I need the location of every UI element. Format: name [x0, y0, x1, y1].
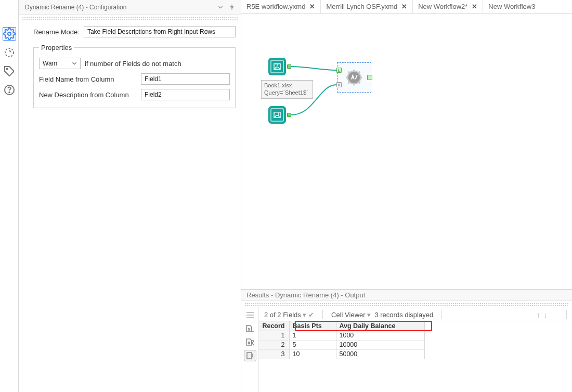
mismatch-suffix: if number of Fields do not match	[85, 60, 181, 68]
rename-mode-label: Rename Mode:	[33, 28, 80, 36]
table-row[interactable]: 31050000	[259, 349, 424, 359]
collapse-icon[interactable]	[215, 2, 226, 13]
table-row[interactable]: 2510000	[259, 340, 424, 349]
results-toolbar: 2 of 2 Fields ▾ ✔ Cell Viewer ▾ 3 record…	[259, 308, 572, 321]
results-xl-icon[interactable]	[244, 323, 256, 334]
drag-grip[interactable]	[244, 303, 569, 307]
nav-arrows: ↑ ↓	[537, 310, 548, 319]
results-rows-icon[interactable]	[244, 309, 256, 321]
col-record[interactable]: Record	[259, 321, 289, 331]
tab-1[interactable]: R5E workflow.yxmd✕	[241, 0, 321, 13]
connectors	[241, 14, 397, 143]
close-icon[interactable]: ✕	[401, 3, 407, 10]
close-icon[interactable]: ✕	[472, 3, 477, 10]
properties-legend: Properties	[39, 44, 74, 51]
results-title: Results - Dynamic Rename (4) - Output	[241, 290, 572, 301]
svg-point-4	[9, 92, 10, 93]
config-header: Dynamic Rename (4) - Configuration	[19, 0, 241, 15]
results-xr-icon[interactable]	[244, 336, 256, 348]
workflow-canvas[interactable]: Book1.xlsx Query=`Sheet1$` L R	[241, 14, 572, 289]
results-vertical-tabs	[241, 307, 259, 392]
rename-mode-combo[interactable]: Take Field Descriptions from Right Input…	[84, 26, 236, 37]
tag-icon[interactable]	[3, 64, 16, 78]
refresh-icon[interactable]	[3, 46, 16, 59]
svg-point-2	[6, 68, 7, 69]
mismatch-action-value: Warn	[43, 60, 57, 67]
field-name-label: Field Name from Column	[39, 75, 137, 83]
arrow-down-icon[interactable]: ↓	[544, 310, 548, 319]
rename-mode-row: Rename Mode: Take Field Descriptions fro…	[33, 26, 236, 37]
svg-point-1	[5, 48, 14, 57]
records-summary: 3 records displayed	[374, 311, 433, 319]
new-desc-input[interactable]: Field2	[141, 89, 230, 100]
tab-3[interactable]: New Workflow2*✕	[413, 0, 483, 13]
results-main: 2 of 2 Fields ▾ ✔ Cell Viewer ▾ 3 record…	[259, 307, 572, 392]
configuration-panel: Dynamic Rename (4) - Configuration Renam…	[19, 0, 241, 392]
field-name-input[interactable]: Field1	[141, 73, 230, 85]
rename-mode-value: Take Field Descriptions from Right Input…	[87, 28, 215, 35]
right-pane: R5E workflow.yxmd✕ Merrill Lynch OSF.yxm…	[241, 0, 572, 392]
col-avg-daily-balance[interactable]: Avg Daily Balance	[336, 321, 424, 331]
config-title: Dynamic Rename (4) - Configuration	[25, 4, 215, 11]
cell-viewer-label[interactable]: Cell Viewer	[331, 311, 366, 319]
help-icon[interactable]	[3, 83, 16, 97]
drag-grip[interactable]	[22, 17, 238, 21]
properties-group: Properties Warn if number of Fields do n…	[33, 44, 236, 108]
results-grid[interactable]: Record Basis Pts Avg Daily Balance 11100…	[259, 321, 572, 359]
tab-2[interactable]: Merrill Lynch OSF.yxmd✕	[321, 0, 413, 13]
pin-icon[interactable]	[226, 2, 238, 13]
results-output-icon[interactable]	[244, 350, 256, 361]
fields-summary: 2 of 2 Fields	[264, 311, 301, 319]
config-vertical-toolbar	[0, 0, 19, 392]
new-desc-label: New Description from Column	[39, 91, 137, 99]
arrow-up-icon[interactable]: ↑	[537, 310, 541, 319]
tab-4[interactable]: New Workflow3	[483, 0, 540, 13]
close-icon[interactable]: ✕	[309, 3, 315, 10]
workflow-tabs: R5E workflow.yxmd✕ Merrill Lynch OSF.yxm…	[241, 0, 572, 14]
mismatch-action-combo[interactable]: Warn	[39, 58, 81, 69]
gear-icon[interactable]	[3, 27, 16, 41]
col-basis-pts[interactable]: Basis Pts	[289, 321, 336, 331]
svg-point-0	[8, 32, 11, 35]
check-icon[interactable]: ✔	[308, 311, 314, 319]
table-row[interactable]: 111000	[259, 331, 424, 340]
chevron-down-icon	[71, 60, 78, 69]
results-panel: Results - Dynamic Rename (4) - Output 2 …	[241, 289, 572, 392]
